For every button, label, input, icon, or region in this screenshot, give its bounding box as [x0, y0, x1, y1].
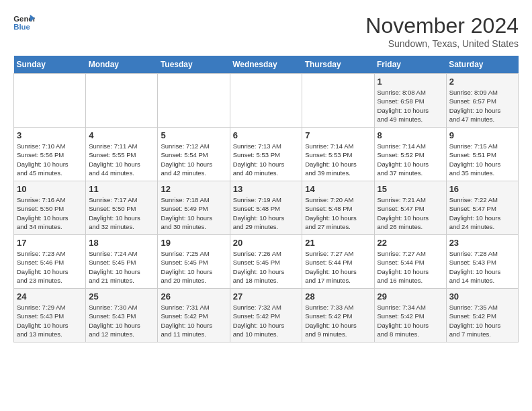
- day-info: Sunrise: 7:13 AM Sunset: 5:53 PM Dayligh…: [233, 142, 300, 177]
- svg-text:Blue: Blue: [13, 23, 30, 31]
- title-block: November 2024 Sundown, Texas, United Sta…: [365, 13, 519, 49]
- calendar-day-cell: 11Sunrise: 7:17 AM Sunset: 5:50 PM Dayli…: [86, 181, 158, 235]
- day-number: 30: [449, 291, 515, 302]
- day-number: 21: [305, 238, 371, 248]
- calendar-day-cell: 18Sunrise: 7:24 AM Sunset: 5:45 PM Dayli…: [86, 235, 158, 289]
- day-number: 11: [89, 184, 154, 194]
- day-info: Sunrise: 7:23 AM Sunset: 5:46 PM Dayligh…: [17, 249, 83, 285]
- day-number: 28: [305, 291, 371, 302]
- calendar-week-row: 17Sunrise: 7:23 AM Sunset: 5:46 PM Dayli…: [14, 235, 519, 289]
- day-info: Sunrise: 7:14 AM Sunset: 5:53 PM Dayligh…: [305, 142, 371, 177]
- calendar-day-cell: 1Sunrise: 8:08 AM Sunset: 6:58 PM Daylig…: [374, 74, 446, 128]
- calendar-day-cell: 3Sunrise: 7:10 AM Sunset: 5:56 PM Daylig…: [14, 128, 86, 181]
- day-info: Sunrise: 7:25 AM Sunset: 5:45 PM Dayligh…: [161, 249, 226, 285]
- day-info: Sunrise: 7:21 AM Sunset: 5:47 PM Dayligh…: [378, 195, 443, 231]
- day-info: Sunrise: 7:22 AM Sunset: 5:47 PM Dayligh…: [449, 195, 515, 231]
- day-info: Sunrise: 8:09 AM Sunset: 6:57 PM Dayligh…: [449, 88, 515, 124]
- calendar-day-cell: 10Sunrise: 7:16 AM Sunset: 5:50 PM Dayli…: [14, 181, 86, 235]
- day-info: Sunrise: 7:16 AM Sunset: 5:50 PM Dayligh…: [17, 195, 83, 231]
- day-info: Sunrise: 7:20 AM Sunset: 5:48 PM Dayligh…: [305, 195, 371, 231]
- day-number: 22: [378, 238, 443, 248]
- day-number: 7: [305, 130, 371, 140]
- day-number: 12: [161, 184, 226, 194]
- day-info: Sunrise: 7:29 AM Sunset: 5:43 PM Dayligh…: [17, 303, 83, 338]
- day-number: 18: [89, 238, 154, 248]
- calendar-day-cell: [14, 74, 86, 128]
- calendar-body: 1Sunrise: 8:08 AM Sunset: 6:58 PM Daylig…: [14, 74, 519, 342]
- day-info: Sunrise: 7:27 AM Sunset: 5:44 PM Dayligh…: [378, 249, 443, 285]
- day-of-week-header: Friday: [374, 56, 446, 74]
- day-info: Sunrise: 7:24 AM Sunset: 5:45 PM Dayligh…: [89, 249, 154, 285]
- calendar-day-cell: 27Sunrise: 7:32 AM Sunset: 5:42 PM Dayli…: [230, 289, 302, 342]
- calendar-week-row: 10Sunrise: 7:16 AM Sunset: 5:50 PM Dayli…: [14, 181, 519, 235]
- calendar-day-cell: 25Sunrise: 7:30 AM Sunset: 5:43 PM Dayli…: [86, 289, 158, 342]
- month-title: November 2024: [365, 13, 519, 38]
- logo-icon: General Blue: [13, 13, 35, 32]
- calendar-day-cell: 22Sunrise: 7:27 AM Sunset: 5:44 PM Dayli…: [374, 235, 446, 289]
- calendar-day-cell: 30Sunrise: 7:35 AM Sunset: 5:42 PM Dayli…: [446, 289, 518, 342]
- calendar-day-cell: 4Sunrise: 7:11 AM Sunset: 5:55 PM Daylig…: [86, 128, 158, 181]
- day-info: Sunrise: 7:11 AM Sunset: 5:55 PM Dayligh…: [89, 142, 154, 177]
- day-number: 9: [449, 130, 515, 140]
- calendar-day-cell: 17Sunrise: 7:23 AM Sunset: 5:46 PM Dayli…: [14, 235, 86, 289]
- calendar-week-row: 3Sunrise: 7:10 AM Sunset: 5:56 PM Daylig…: [14, 128, 519, 181]
- day-number: 24: [17, 291, 83, 302]
- day-number: 14: [305, 184, 371, 194]
- day-number: 8: [378, 130, 443, 140]
- day-info: Sunrise: 7:33 AM Sunset: 5:42 PM Dayligh…: [305, 303, 371, 338]
- day-info: Sunrise: 7:10 AM Sunset: 5:56 PM Dayligh…: [17, 142, 83, 177]
- calendar-day-cell: 23Sunrise: 7:28 AM Sunset: 5:43 PM Dayli…: [446, 235, 518, 289]
- day-number: 26: [161, 291, 226, 302]
- day-number: 4: [89, 130, 154, 140]
- calendar-header-row: SundayMondayTuesdayWednesdayThursdayFrid…: [14, 56, 519, 74]
- day-number: 15: [378, 184, 443, 194]
- calendar-day-cell: [158, 74, 230, 128]
- day-number: 13: [233, 184, 300, 194]
- day-number: 2: [449, 77, 515, 87]
- day-of-week-header: Wednesday: [230, 56, 302, 74]
- day-info: Sunrise: 7:32 AM Sunset: 5:42 PM Dayligh…: [233, 303, 300, 338]
- calendar-day-cell: 12Sunrise: 7:18 AM Sunset: 5:49 PM Dayli…: [158, 181, 230, 235]
- day-of-week-header: Sunday: [14, 56, 86, 74]
- day-number: 27: [233, 291, 300, 302]
- calendar-day-cell: 20Sunrise: 7:26 AM Sunset: 5:45 PM Dayli…: [230, 235, 302, 289]
- calendar-day-cell: [86, 74, 158, 128]
- day-of-week-header: Tuesday: [158, 56, 230, 74]
- day-number: 16: [449, 184, 515, 194]
- day-number: 6: [233, 130, 300, 140]
- day-info: Sunrise: 7:17 AM Sunset: 5:50 PM Dayligh…: [89, 195, 154, 231]
- day-info: Sunrise: 7:12 AM Sunset: 5:54 PM Dayligh…: [161, 142, 226, 177]
- location-subtitle: Sundown, Texas, United States: [365, 38, 519, 49]
- calendar-day-cell: 29Sunrise: 7:34 AM Sunset: 5:42 PM Dayli…: [374, 289, 446, 342]
- day-info: Sunrise: 7:27 AM Sunset: 5:44 PM Dayligh…: [305, 249, 371, 285]
- day-of-week-header: Monday: [86, 56, 158, 74]
- calendar-day-cell: 13Sunrise: 7:19 AM Sunset: 5:48 PM Dayli…: [230, 181, 302, 235]
- day-of-week-header: Thursday: [302, 56, 374, 74]
- day-info: Sunrise: 7:28 AM Sunset: 5:43 PM Dayligh…: [449, 249, 515, 285]
- page-header: General Blue November 2024 Sundown, Texa…: [13, 13, 519, 49]
- calendar-day-cell: 8Sunrise: 7:14 AM Sunset: 5:52 PM Daylig…: [374, 128, 446, 181]
- day-info: Sunrise: 7:30 AM Sunset: 5:43 PM Dayligh…: [89, 303, 154, 338]
- day-info: Sunrise: 7:19 AM Sunset: 5:48 PM Dayligh…: [233, 195, 300, 231]
- day-number: 23: [449, 238, 515, 248]
- calendar-day-cell: 16Sunrise: 7:22 AM Sunset: 5:47 PM Dayli…: [446, 181, 518, 235]
- calendar-day-cell: 7Sunrise: 7:14 AM Sunset: 5:53 PM Daylig…: [302, 128, 374, 181]
- day-number: 17: [17, 238, 83, 248]
- calendar-day-cell: 5Sunrise: 7:12 AM Sunset: 5:54 PM Daylig…: [158, 128, 230, 181]
- calendar-day-cell: [302, 74, 374, 128]
- calendar-day-cell: 28Sunrise: 7:33 AM Sunset: 5:42 PM Dayli…: [302, 289, 374, 342]
- calendar-day-cell: 9Sunrise: 7:15 AM Sunset: 5:51 PM Daylig…: [446, 128, 518, 181]
- day-info: Sunrise: 7:18 AM Sunset: 5:49 PM Dayligh…: [161, 195, 226, 231]
- logo: General Blue: [13, 13, 35, 32]
- day-info: Sunrise: 8:08 AM Sunset: 6:58 PM Dayligh…: [378, 88, 443, 124]
- calendar-table: SundayMondayTuesdayWednesdayThursdayFrid…: [13, 56, 519, 342]
- calendar-day-cell: 19Sunrise: 7:25 AM Sunset: 5:45 PM Dayli…: [158, 235, 230, 289]
- calendar-day-cell: [230, 74, 302, 128]
- day-info: Sunrise: 7:26 AM Sunset: 5:45 PM Dayligh…: [233, 249, 300, 285]
- calendar-day-cell: 26Sunrise: 7:31 AM Sunset: 5:42 PM Dayli…: [158, 289, 230, 342]
- calendar-week-row: 24Sunrise: 7:29 AM Sunset: 5:43 PM Dayli…: [14, 289, 519, 342]
- calendar-week-row: 1Sunrise: 8:08 AM Sunset: 6:58 PM Daylig…: [14, 74, 519, 128]
- day-number: 25: [89, 291, 154, 302]
- day-info: Sunrise: 7:35 AM Sunset: 5:42 PM Dayligh…: [449, 303, 515, 338]
- day-info: Sunrise: 7:15 AM Sunset: 5:51 PM Dayligh…: [449, 142, 515, 177]
